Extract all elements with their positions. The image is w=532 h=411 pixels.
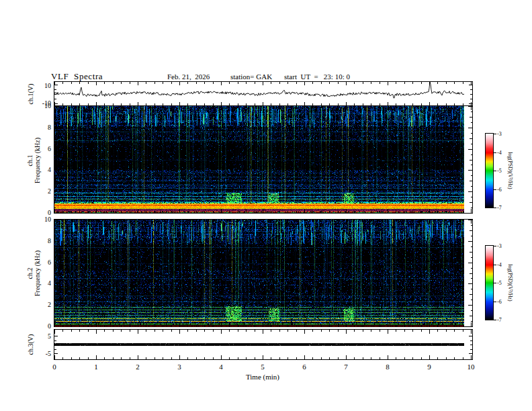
- colorbar-tick-label: -5: [497, 168, 509, 174]
- start-time-label: start UT = 23: 10: 0: [284, 73, 350, 81]
- x-tick-label: 6: [294, 363, 314, 371]
- colorbar-tick-mark: [494, 283, 496, 283]
- colorbar-tick-label: -4: [497, 150, 509, 156]
- colorbar-tick-mark: [494, 208, 496, 208]
- x-tick-label: 2: [128, 363, 148, 371]
- ch1-waveform-panel: [54, 81, 473, 106]
- colorbar-tick-mark: [494, 265, 496, 265]
- x-tick-label: 5: [253, 363, 273, 371]
- ch2-freq-tick-label: 2: [21, 301, 51, 308]
- colorbar-tick-label: -7: [497, 205, 509, 211]
- ch3-volt-tick-label: 5: [21, 332, 51, 340]
- ch2-freq-tick-label: 10: [21, 216, 51, 223]
- x-tick-label: 9: [419, 363, 439, 371]
- colorbar-tick-label: -6: [497, 187, 509, 193]
- figure-title: VLF Spectra: [51, 71, 103, 82]
- vlf-spectra-figure: VLF Spectra Feb. 21, 2026 station= GAK s…: [0, 0, 532, 411]
- ch1-freq-tick-label: 4: [21, 166, 51, 173]
- colorbar-tick-mark: [494, 320, 496, 320]
- ch1-volt-tick-label: -10: [21, 99, 51, 107]
- station-label: station= GAK: [230, 73, 272, 81]
- ch2-freq-tick-label: 8: [21, 237, 51, 244]
- colorbar-tick-label: -3: [497, 131, 509, 137]
- date-label: Feb. 21, 2026: [167, 73, 210, 81]
- colorbar-tick-label: -7: [497, 317, 509, 323]
- ch1-freq-tick-label: 6: [21, 145, 51, 152]
- colorbar-tick-label: -6: [497, 299, 509, 305]
- time-axis-label: Time (min): [226, 373, 300, 381]
- ch1-colorbar: [485, 133, 494, 208]
- ch1-spectrogram-panel: [54, 105, 473, 214]
- x-tick-label: 4: [211, 363, 231, 371]
- ch2-spectrogram-panel: [54, 219, 473, 327]
- colorbar-tick-mark: [494, 302, 496, 302]
- x-tick-label: 1: [86, 363, 106, 371]
- colorbar-tick-mark: [494, 189, 496, 190]
- ch1-waveform-canvas: [54, 82, 472, 105]
- ch2-freq-tick-label: 6: [21, 259, 51, 266]
- x-tick-label: 3: [169, 363, 189, 371]
- ch2-freq-tick-label: 4: [21, 279, 51, 287]
- x-tick-label: 8: [378, 363, 398, 371]
- ch1-freq-tick-label: 8: [21, 124, 51, 131]
- ch1-volt-tick-label: 10: [21, 82, 51, 89]
- ch3-volt-tick-label: -5: [21, 350, 51, 357]
- ch2-spectrogram-canvas: [54, 220, 472, 326]
- ch1-spectrogram-canvas: [54, 106, 472, 213]
- colorbar-tick-label: -5: [497, 280, 509, 286]
- x-tick-label: 10: [461, 363, 481, 371]
- colorbar-tick-mark: [494, 134, 496, 134]
- ch2-freq-tick-label: 0: [21, 322, 51, 330]
- colorbar-tick-mark: [494, 246, 496, 246]
- colorbar-tick-mark: [494, 152, 496, 153]
- colorbar-tick-label: -3: [497, 243, 509, 249]
- ch3-waveform-panel: [54, 329, 473, 360]
- ch1-freq-tick-label: 2: [21, 187, 51, 195]
- ch3-waveform-canvas: [54, 330, 472, 359]
- x-tick-label: 7: [336, 363, 356, 371]
- colorbar-tick-label: -4: [497, 262, 509, 268]
- ch2-colorbar: [485, 245, 494, 320]
- colorbar-tick-mark: [494, 171, 496, 171]
- x-tick-label: 0: [44, 363, 64, 371]
